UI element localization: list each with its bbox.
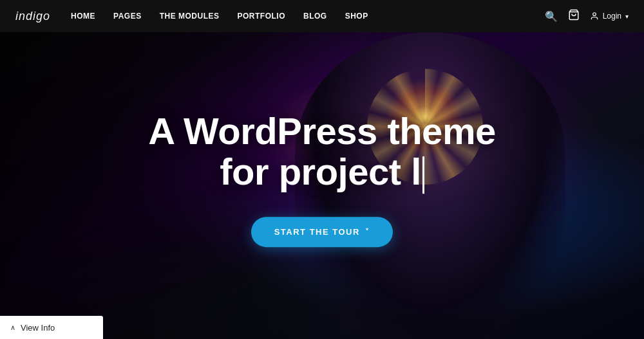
nav-right-actions: 🔍 Login ▾ [545,9,629,23]
nav-home[interactable]: HOME [71,12,95,21]
view-info-chevron-icon: ∧ [10,324,15,332]
nav-shop[interactable]: SHOP [345,12,368,21]
login-chevron-icon: ▾ [625,13,629,20]
view-info-label: View Info [21,323,55,333]
hero-title-line2: for project l [220,151,421,192]
cart-icon[interactable] [568,9,580,23]
svg-point-1 [592,13,596,16]
hero-title: A WordPress theme for project l [103,111,541,194]
search-icon[interactable]: 🔍 [545,10,558,23]
view-info-bar[interactable]: ∧ View Info [0,316,103,339]
nav-pages[interactable]: PAGES [113,12,142,21]
navbar: indigo HOME PAGES THE MODULES PORTFOLIO … [0,0,644,32]
nav-portfolio[interactable]: PORTFOLIO [238,12,286,21]
text-cursor [422,156,424,194]
login-button[interactable]: Login ▾ [590,12,629,21]
nav-blog[interactable]: BLOG [303,12,327,21]
start-tour-button[interactable]: START THE TOUR ˅ [251,217,393,247]
cta-chevron-icon: ˅ [365,228,370,236]
nav-links: HOME PAGES THE MODULES PORTFOLIO BLOG SH… [71,12,545,21]
hero-section: A WordPress theme for project l START TH… [0,32,644,339]
login-label: Login [603,12,621,21]
hero-content: A WordPress theme for project l START TH… [103,111,541,247]
nav-modules[interactable]: THE MODULES [160,12,220,21]
brand-logo[interactable]: indigo [15,10,50,23]
hero-title-line1: A WordPress theme [148,110,495,152]
cta-label: START THE TOUR [274,227,360,237]
